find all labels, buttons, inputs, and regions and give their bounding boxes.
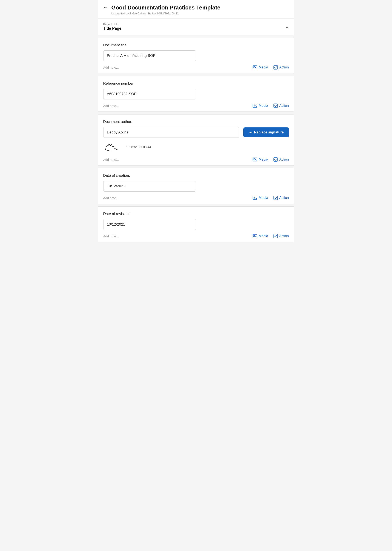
media-label-5: Media xyxy=(259,234,268,238)
action-button-document-title[interactable]: Action xyxy=(273,65,289,70)
action-button-document-author[interactable]: Action xyxy=(273,157,289,162)
page-number: Page 1 of 2 xyxy=(103,23,285,26)
date-of-revision-input[interactable] xyxy=(103,219,196,230)
signature-image-area: 10/12/2021 08:44 xyxy=(103,140,289,153)
page-name: Title Page xyxy=(103,26,285,31)
media-label: Media xyxy=(259,65,268,69)
media-icon-4 xyxy=(252,195,257,200)
last-edited-label: Last edited by SafetyCulture Staff at 10… xyxy=(112,12,289,15)
document-author-card: Document author: Replace signature 10/12… xyxy=(98,114,294,165)
header: ← Good Documentation Practices Template … xyxy=(98,0,294,19)
media-label-2: Media xyxy=(259,104,268,108)
date-of-revision-card: Date of revision: Add note... Media xyxy=(98,206,294,242)
svg-point-10 xyxy=(254,197,254,198)
page-info: Page 1 of 2 Title Page xyxy=(103,23,285,31)
media-icon-5 xyxy=(252,234,257,239)
svg-rect-8 xyxy=(274,158,278,162)
svg-rect-2 xyxy=(274,65,278,69)
media-button-reference-number[interactable]: Media xyxy=(252,103,268,108)
svg-rect-12 xyxy=(253,234,257,238)
date-of-creation-input[interactable] xyxy=(103,181,196,191)
action-label-5: Action xyxy=(279,234,289,238)
footer-actions-5: Media Action xyxy=(252,234,289,239)
action-label-4: Action xyxy=(279,196,289,200)
header-text: Good Documentation Practices Template La… xyxy=(112,4,289,15)
document-title-footer: Add note... Media xyxy=(103,65,289,70)
signature-icon xyxy=(248,130,252,134)
svg-rect-11 xyxy=(274,196,278,200)
action-icon-2 xyxy=(273,103,278,108)
document-author-footer: Add note... Media xyxy=(103,157,289,162)
replace-signature-button[interactable]: Replace signature xyxy=(243,127,289,137)
svg-rect-5 xyxy=(274,104,278,108)
media-icon-2 xyxy=(252,103,257,108)
media-button-date-of-revision[interactable]: Media xyxy=(252,234,268,239)
date-of-creation-card: Date of creation: Add note... Media xyxy=(98,168,294,204)
chevron-down-icon[interactable]: ⌄ xyxy=(285,24,289,29)
signature-timestamp: 10/12/2021 08:44 xyxy=(126,145,151,149)
svg-rect-14 xyxy=(274,234,278,238)
svg-point-13 xyxy=(254,235,254,236)
add-note-reference-number[interactable]: Add note... xyxy=(103,104,119,108)
divider xyxy=(98,35,294,35)
action-icon-3 xyxy=(273,157,278,162)
date-of-revision-footer: Add note... Media xyxy=(103,234,289,239)
document-title-input[interactable] xyxy=(103,50,196,61)
media-label-4: Media xyxy=(259,196,268,200)
replace-signature-label: Replace signature xyxy=(254,130,284,134)
footer-actions-4: Media Action xyxy=(252,195,289,200)
svg-rect-0 xyxy=(253,66,257,69)
date-of-creation-label: Date of creation: xyxy=(103,173,289,178)
document-author-label: Document author: xyxy=(103,120,289,124)
media-button-document-author[interactable]: Media xyxy=(252,157,268,162)
add-note-document-author[interactable]: Add note... xyxy=(103,158,119,162)
action-icon-5 xyxy=(273,234,278,239)
action-label-3: Action xyxy=(279,158,289,162)
action-button-reference-number[interactable]: Action xyxy=(273,103,289,108)
svg-rect-3 xyxy=(253,104,257,107)
svg-point-1 xyxy=(254,66,254,67)
date-of-creation-footer: Add note... Media xyxy=(103,195,289,200)
reference-number-label: Reference number: xyxy=(103,81,289,86)
action-label-2: Action xyxy=(279,104,289,108)
action-button-date-of-revision[interactable]: Action xyxy=(273,234,289,239)
footer-actions-2: Media Action xyxy=(252,103,289,108)
media-button-document-title[interactable]: Media xyxy=(252,65,268,70)
footer-actions-3: Media Action xyxy=(252,157,289,162)
media-label-3: Media xyxy=(259,158,268,162)
document-title-card: Document title: Add note... Media xyxy=(98,38,294,73)
add-note-date-of-creation[interactable]: Add note... xyxy=(103,196,119,200)
media-icon-3 xyxy=(252,157,257,162)
action-label: Action xyxy=(279,65,289,69)
svg-rect-9 xyxy=(253,196,257,199)
svg-point-7 xyxy=(254,158,254,159)
svg-point-4 xyxy=(254,105,254,106)
add-note-document-title[interactable]: Add note... xyxy=(103,66,119,69)
page-title: Good Documentation Practices Template xyxy=(112,4,289,11)
reference-number-card: Reference number: Add note... Media xyxy=(98,76,294,112)
document-author-input[interactable] xyxy=(103,127,239,138)
media-button-date-of-creation[interactable]: Media xyxy=(252,195,268,200)
action-button-date-of-creation[interactable]: Action xyxy=(273,195,289,200)
svg-rect-6 xyxy=(253,158,257,161)
date-of-revision-label: Date of revision: xyxy=(103,212,289,216)
footer-actions: Media Action xyxy=(252,65,289,70)
back-button[interactable]: ← xyxy=(103,5,108,10)
reference-number-input[interactable] xyxy=(103,89,196,99)
add-note-date-of-revision[interactable]: Add note... xyxy=(103,234,119,238)
media-icon xyxy=(252,65,257,70)
signature-row: Replace signature xyxy=(103,127,289,138)
reference-number-footer: Add note... Media xyxy=(103,103,289,108)
signature-drawing xyxy=(103,140,123,153)
document-title-label: Document title: xyxy=(103,43,289,47)
action-icon xyxy=(273,65,278,70)
action-icon-4 xyxy=(273,195,278,200)
page-section[interactable]: Page 1 of 2 Title Page ⌄ xyxy=(98,19,294,35)
